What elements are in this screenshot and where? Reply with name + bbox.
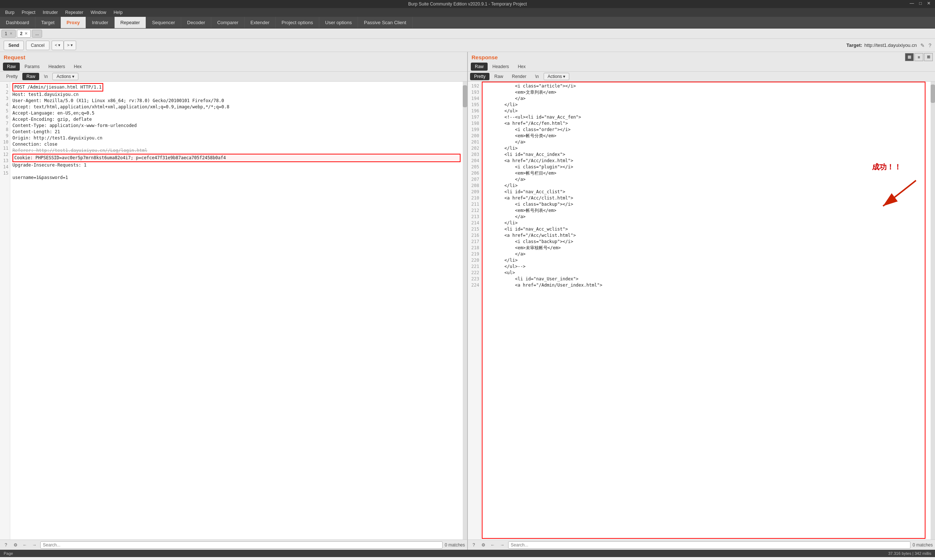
success-annotation: 成功！！	[872, 162, 901, 172]
response-search-input[interactable]	[508, 542, 910, 549]
request-scrollbar-thumb[interactable]	[463, 85, 467, 107]
tab-decoder[interactable]: Decoder	[181, 17, 211, 28]
toolbar: Send Cancel < ▾ > ▾ Target: http://test1…	[0, 39, 935, 52]
request-editor-pretty[interactable]: Pretty	[2, 73, 22, 80]
window-controls[interactable]: — □ ✕	[908, 1, 932, 6]
nav-forward-button[interactable]: > ▾	[64, 41, 76, 50]
menu-window[interactable]: Window	[87, 9, 110, 16]
view-toggle-list[interactable]: ≡	[915, 53, 923, 61]
request-match-count: 0 matches	[445, 542, 465, 548]
help-icon[interactable]: ?	[929, 43, 931, 48]
response-scrollbar-track[interactable]	[930, 82, 935, 540]
tab-sequencer[interactable]: Sequencer	[146, 17, 181, 28]
request-scrollbar-track[interactable]	[463, 82, 467, 540]
tab-intruder[interactable]: Intruder	[86, 17, 115, 28]
target-info: Target: http://test1.dayuixiyou.cn ✎ ?	[846, 43, 931, 48]
sub-tab-2-close[interactable]: ✕	[25, 31, 28, 35]
response-editor-raw[interactable]: Raw	[490, 73, 507, 80]
request-editor-newline[interactable]: \n	[40, 73, 52, 80]
tab-passive-scan[interactable]: Passive Scan Client	[358, 17, 412, 28]
response-editor-pretty[interactable]: Pretty	[470, 73, 489, 80]
response-code-content[interactable]: <i class="article"></i> <em>文章列表</em> </…	[481, 82, 930, 290]
status-right: 37.316 bytes | 342 millis	[888, 551, 931, 555]
request-back-btn[interactable]: ←	[21, 542, 29, 549]
response-tab-hex[interactable]: Hex	[514, 63, 529, 71]
status-bar: Page 37.316 bytes | 342 millis	[0, 550, 935, 557]
view-toggle-split[interactable]: ▦	[905, 53, 914, 61]
tab-repeater[interactable]: Repeater	[115, 17, 146, 28]
response-tab-headers[interactable]: Headers	[488, 63, 513, 71]
response-back-btn[interactable]: ←	[489, 542, 497, 549]
request-actions-label: Actions	[56, 74, 71, 79]
window-title: Burp Suite Community Edition v2020.9.1 -…	[408, 2, 527, 6]
response-code-wrapper: 1921931941951961971981992002012022032042…	[468, 82, 935, 540]
content-area: Request Raw Params Headers Hex Pretty Ra…	[0, 52, 935, 550]
sub-tab-1[interactable]: 1 ✕	[2, 30, 16, 38]
response-help-btn[interactable]: ?	[470, 542, 477, 549]
menu-burp[interactable]: Burp	[2, 9, 18, 16]
request-panel: Request Raw Params Headers Hex Pretty Ra…	[0, 52, 468, 550]
response-actions-dropdown[interactable]: Actions ▾	[544, 73, 569, 80]
tab-project-options[interactable]: Project options	[276, 17, 319, 28]
tab-extender[interactable]: Extender	[245, 17, 276, 28]
menu-intruder[interactable]: Intruder	[39, 9, 62, 16]
nav-back-button[interactable]: < ▾	[52, 41, 64, 50]
tab-comparer[interactable]: Comparer	[211, 17, 245, 28]
sub-tab-more[interactable]: ...	[32, 30, 42, 38]
response-settings-btn[interactable]: ⚙	[480, 542, 487, 549]
view-toggles: ▦ ≡ ⊞	[903, 52, 935, 62]
response-scrollbar-thumb[interactable]	[930, 85, 935, 103]
tab-user-options[interactable]: User options	[319, 17, 358, 28]
request-actions-chevron: ▾	[72, 74, 74, 79]
request-tab-headers[interactable]: Headers	[44, 63, 69, 71]
request-tab-params[interactable]: Params	[20, 63, 43, 71]
request-view-tabs: Raw Params Headers Hex	[0, 62, 467, 72]
sub-tab-bar: 1 ✕ 2 ✕ ...	[0, 29, 935, 39]
request-forward-btn[interactable]: →	[31, 542, 38, 549]
menu-help[interactable]: Help	[110, 9, 126, 16]
menu-project[interactable]: Project	[18, 9, 39, 16]
response-view-tabs: Raw Headers Hex	[468, 62, 935, 72]
response-forward-btn[interactable]: →	[498, 542, 506, 549]
send-button[interactable]: Send	[4, 41, 24, 50]
main-tab-bar: Dashboard Target Proxy Intruder Repeater…	[0, 17, 935, 29]
response-actions-chevron: ▾	[563, 74, 565, 79]
tab-proxy[interactable]: Proxy	[61, 17, 86, 28]
sub-tab-2-label: 2	[20, 31, 23, 36]
request-code-content[interactable]: POST /Admin/jiesuan.html HTTP/1.1Host: t…	[10, 82, 463, 540]
request-settings-btn[interactable]: ⚙	[12, 542, 19, 549]
view-toggle-grid[interactable]: ⊞	[924, 53, 933, 61]
request-actions-dropdown[interactable]: Actions ▾	[52, 73, 78, 80]
tab-dashboard[interactable]: Dashboard	[0, 17, 35, 28]
sub-tab-2[interactable]: 2 ✕	[17, 30, 31, 38]
response-content-area: <i class="article"></i> <em>文章列表</em> </…	[481, 82, 930, 540]
minimize-btn[interactable]: —	[908, 1, 916, 6]
response-tab-raw[interactable]: Raw	[471, 63, 487, 71]
menu-repeater[interactable]: Repeater	[62, 9, 87, 16]
tab-target[interactable]: Target	[35, 17, 61, 28]
edit-icon[interactable]: ✎	[920, 43, 925, 48]
response-editor-render[interactable]: Render	[508, 73, 530, 80]
request-line-numbers: 123456789101112131415	[0, 82, 10, 540]
response-editor-tabs: Pretty Raw Render \n Actions ▾	[468, 72, 935, 82]
request-editor-tabs: Pretty Raw \n Actions ▾	[0, 72, 467, 82]
response-line-numbers: 1921931941951961971981992002012022032042…	[468, 82, 481, 540]
request-bottom-bar: ? ⚙ ← → 0 matches	[0, 540, 467, 550]
request-help-btn[interactable]: ?	[2, 542, 9, 549]
response-match-count: 0 matches	[913, 542, 933, 548]
request-editor-raw[interactable]: Raw	[22, 73, 39, 80]
cancel-button[interactable]: Cancel	[26, 41, 49, 50]
request-search-input[interactable]	[40, 542, 443, 549]
response-bottom-bar: ? ⚙ ← → 0 matches	[468, 540, 935, 550]
menubar: Burp Project Intruder Repeater Window He…	[0, 8, 935, 17]
titlebar: Burp Suite Community Edition v2020.9.1 -…	[0, 0, 935, 8]
sub-tab-1-close[interactable]: ✕	[9, 31, 12, 35]
request-tab-raw[interactable]: Raw	[3, 63, 20, 71]
request-code-wrapper: 123456789101112131415 POST /Admin/jiesua…	[0, 82, 467, 540]
request-tab-hex[interactable]: Hex	[70, 63, 86, 71]
response-editor-newline[interactable]: \n	[531, 73, 543, 80]
close-btn[interactable]: ✕	[926, 1, 932, 6]
maximize-btn[interactable]: □	[918, 1, 923, 6]
target-url: http://test1.dayuixiyou.cn	[864, 43, 917, 48]
response-panel-title: Response	[468, 52, 501, 62]
